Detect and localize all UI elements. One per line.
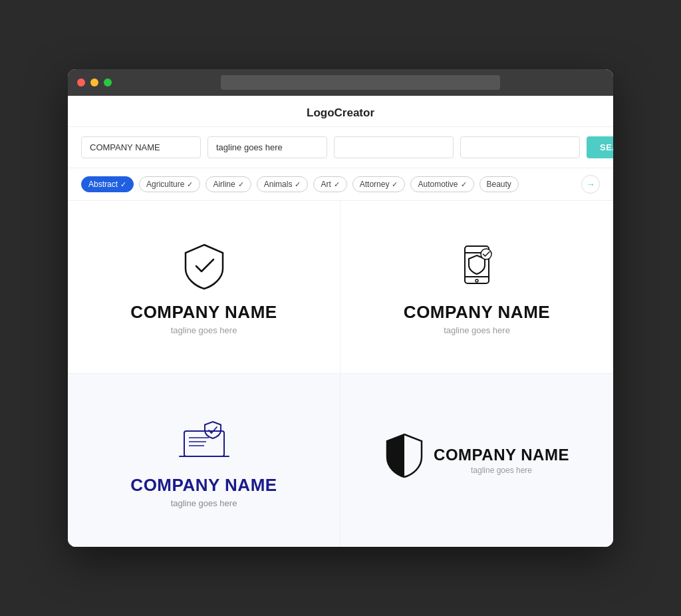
filter-airline-label: Airline: [213, 180, 235, 189]
half-shield-icon: [384, 432, 424, 480]
app-window: LogoCreator SEARCH Abstract ✓ Agricultur…: [68, 69, 613, 547]
filter-agriculture-label: Agriculture: [146, 180, 184, 189]
logo-4-container: COMPANY NAME tagline goes here: [384, 432, 569, 489]
filter-bar: Abstract ✓ Agriculture ✓ Airline ✓ Anima…: [68, 168, 613, 201]
minimize-button[interactable]: [90, 78, 98, 86]
filter-art-label: Art: [321, 180, 331, 189]
filter-attorney[interactable]: Attorney ✓: [352, 176, 406, 192]
filter-abstract-label: Abstract: [88, 180, 118, 189]
check-icon: ✓: [295, 180, 301, 189]
search-button[interactable]: SEARCH: [587, 136, 613, 158]
logo-4-text: COMPANY NAME tagline goes here: [434, 446, 569, 475]
filter-agriculture[interactable]: Agriculture ✓: [139, 176, 200, 192]
filter-automotive-label: Automotive: [418, 180, 458, 189]
extra-input-2[interactable]: [460, 136, 580, 158]
svg-point-3: [476, 279, 478, 282]
extra-input-1[interactable]: [334, 136, 454, 158]
check-icon: ✓: [187, 180, 193, 189]
logo-item-1[interactable]: COMPANY NAME tagline goes here: [68, 201, 340, 374]
phone-shield-icon: [450, 239, 503, 293]
logo-item-3[interactable]: COMPANY NAME tagline goes here: [68, 374, 340, 547]
app-title: LogoCreator: [68, 96, 613, 127]
logo-grid: COMPANY NAME tagline goes here: [68, 201, 613, 547]
search-bar: SEARCH: [68, 127, 613, 168]
filter-beauty[interactable]: Beauty: [479, 176, 519, 192]
filter-attorney-label: Attorney: [360, 180, 390, 189]
check-icon: ✓: [392, 180, 398, 189]
filter-abstract[interactable]: Abstract ✓: [81, 176, 134, 192]
filter-next-button[interactable]: →: [581, 175, 600, 194]
titlebar: [68, 69, 613, 96]
logo-4-company: COMPANY NAME: [434, 446, 569, 464]
filter-animals[interactable]: Animals ✓: [257, 176, 309, 192]
filter-automotive[interactable]: Automotive ✓: [410, 176, 474, 192]
filter-airline[interactable]: Airline ✓: [205, 176, 251, 192]
logo-2-tagline: tagline goes here: [444, 325, 510, 335]
company-name-input[interactable]: [81, 136, 201, 158]
logo-item-2[interactable]: COMPANY NAME tagline goes here: [340, 201, 613, 374]
filter-art[interactable]: Art ✓: [313, 176, 346, 192]
filter-beauty-label: Beauty: [487, 180, 511, 189]
svg-point-4: [481, 249, 491, 259]
logo-1-company: COMPANY NAME: [130, 302, 277, 323]
check-icon: ✓: [120, 180, 126, 189]
tagline-input[interactable]: [207, 136, 327, 158]
logo-4-tagline: tagline goes here: [434, 466, 569, 475]
close-button[interactable]: [77, 78, 85, 86]
shield-check-icon: [178, 239, 231, 293]
check-icon: ✓: [238, 180, 244, 189]
check-icon: ✓: [334, 180, 340, 189]
logo-item-4[interactable]: COMPANY NAME tagline goes here: [340, 374, 613, 547]
laptop-shield-icon: [174, 412, 234, 466]
logo-3-tagline: tagline goes here: [171, 498, 237, 508]
filter-animals-label: Animals: [264, 180, 293, 189]
maximize-button[interactable]: [104, 78, 112, 86]
check-icon: ✓: [461, 180, 467, 189]
logo-2-company: COMPANY NAME: [404, 302, 550, 323]
url-bar[interactable]: [221, 75, 500, 90]
logo-3-company: COMPANY NAME: [130, 475, 277, 496]
logo-1-tagline: tagline goes here: [171, 325, 237, 335]
